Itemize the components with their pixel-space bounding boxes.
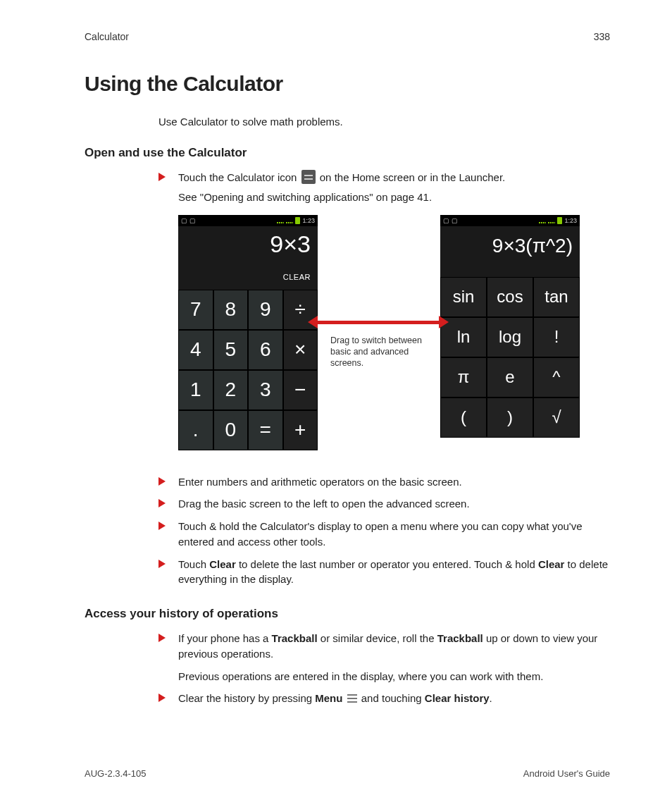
menu-icon (347, 694, 357, 703)
list-item: If your phone has a Trackball or similar… (158, 631, 610, 684)
header-section: Calculator (85, 31, 129, 42)
section-heading: Open and use the Calculator (85, 146, 610, 160)
calc-key: π (440, 357, 487, 398)
page-title: Using the Calculator (85, 72, 610, 96)
calc-key: 2 (213, 370, 249, 410)
calc-key: + (283, 410, 318, 450)
calc-key: log (487, 317, 533, 357)
bullet-icon (158, 694, 166, 702)
phone-advanced-screenshot: ▢ ▢ 1:23 9×3(π^2) sincostanlnlog!πe^()√ (440, 215, 580, 438)
calc-key: tan (533, 277, 580, 317)
text: Enter numbers and arithmetic operators o… (178, 476, 462, 488)
text: to delete the last number or operator yo… (236, 558, 538, 570)
calc-key: cos (487, 277, 533, 317)
list-item: Touch & hold the Calculator's display to… (158, 519, 610, 550)
text-bold: Trackball (437, 632, 483, 644)
text-bold: Menu (315, 692, 342, 704)
calculator-app-icon (301, 170, 316, 184)
text: If your phone has a (178, 632, 272, 644)
double-arrow-icon (311, 316, 446, 328)
bullet-icon (158, 560, 166, 568)
bullet-icon (158, 634, 166, 642)
calc-key: 3 (248, 370, 283, 410)
text: on the Home screen or in the Launcher. (320, 171, 506, 183)
calc-key: sin (440, 277, 487, 317)
calc-key: 5 (213, 330, 249, 370)
calc-key: 1 (178, 370, 213, 410)
calc-key: ! (533, 317, 580, 357)
list-item: Clear the history by pressing Menu and t… (158, 691, 610, 706)
bullet-icon (158, 499, 166, 507)
page-header: Calculator 338 (85, 31, 610, 42)
calc-key: ^ (533, 357, 580, 398)
calc-key: 6 (248, 330, 283, 370)
page-number: 338 (594, 31, 610, 42)
list-item: Enter numbers and arithmetic operators o… (158, 474, 610, 490)
list-item: Drag the basic screen to the left to ope… (158, 496, 610, 512)
text: Drag the basic screen to the left to ope… (178, 498, 470, 510)
text-bold: Clear history (425, 692, 490, 704)
bullet-icon (158, 522, 166, 530)
section-heading: Access your history of operations (85, 607, 610, 621)
calc-key: . (178, 410, 213, 450)
text: Touch (178, 558, 209, 570)
bullet-icon (158, 477, 166, 486)
bullet-icon (158, 173, 166, 181)
text: and touching (361, 692, 425, 704)
calc-key: √ (533, 398, 580, 438)
calc-key: 9 (248, 290, 283, 330)
status-bar: ▢ ▢ 1:23 (178, 215, 318, 226)
clear-button: CLEAR (178, 273, 318, 290)
list-item: Touch the Calculator icon on the Home sc… (158, 170, 610, 205)
intro-text: Use Calculator to solve math problems. (158, 116, 610, 128)
text: . (490, 692, 492, 704)
calc-key: − (283, 370, 318, 410)
doc-title: Android User's Guide (523, 768, 610, 779)
text-bold: Clear (209, 558, 236, 570)
status-time: 1:23 (564, 217, 577, 224)
text-bold: Clear (538, 558, 565, 570)
calc-key: ) (487, 398, 533, 438)
calc-key: 4 (178, 330, 213, 370)
calc-key: 0 (213, 410, 249, 450)
text-bold: Trackball (272, 632, 318, 644)
screenshot-figure: ▢ ▢ 1:23 9×3 CLEAR 789÷456×123−.0=+ ▢ ▢ … (158, 215, 610, 460)
page-footer: AUG-2.3.4-105 Android User's Guide (85, 768, 610, 779)
calc-key: 7 (178, 290, 213, 330)
text: or similar device, roll the (318, 632, 437, 644)
text: Touch & hold the Calculator's display to… (178, 520, 583, 548)
calc-key: × (283, 330, 318, 370)
status-bar: ▢ ▢ 1:23 (440, 215, 580, 226)
text: Clear the history by pressing (178, 692, 315, 704)
status-time: 1:23 (302, 217, 315, 224)
figure-annotation: Drag to switch between basic and advance… (330, 335, 429, 369)
calc-key: e (487, 357, 533, 398)
calc-key: ( (440, 398, 487, 438)
calc-display: 9×3(π^2) (440, 226, 580, 277)
text: Touch the Calculator icon (178, 171, 300, 183)
calc-display: 9×3 (178, 226, 318, 273)
list-item: Touch Clear to delete the last number or… (158, 557, 610, 588)
phone-basic-screenshot: ▢ ▢ 1:23 9×3 CLEAR 789÷456×123−.0=+ (178, 215, 318, 450)
calc-key: = (248, 410, 283, 450)
doc-id: AUG-2.3.4-105 (85, 768, 146, 779)
text: Previous operations are entered in the d… (178, 669, 610, 684)
calc-key: 8 (213, 290, 249, 330)
text: See "Opening and switching applications"… (178, 190, 610, 205)
